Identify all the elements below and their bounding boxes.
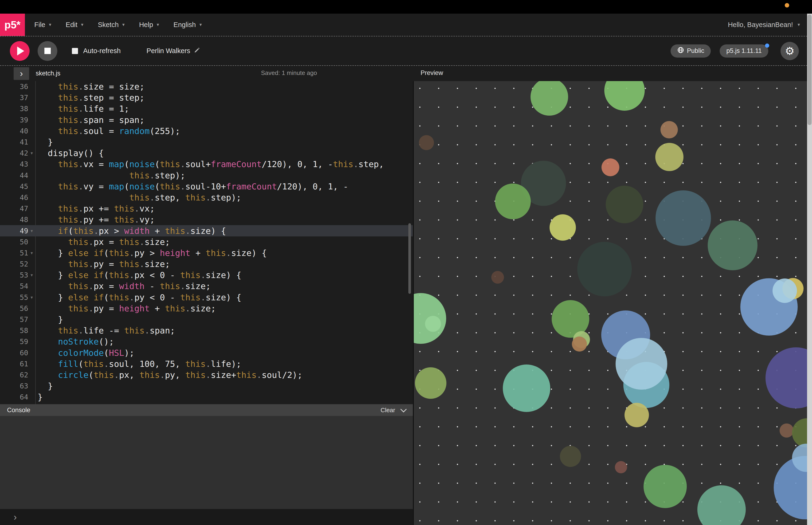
footer-expand-icon[interactable]: ›	[14, 512, 17, 522]
line-number: 47	[0, 205, 35, 213]
chevron-down-icon: ▼	[121, 22, 125, 27]
editor-footer: ›	[0, 509, 413, 525]
console-collapse-icon[interactable]	[400, 406, 407, 412]
menu-file[interactable]: File▼	[34, 21, 52, 29]
fold-arrow-icon[interactable]: ▾	[28, 295, 35, 300]
walker-circle	[550, 214, 576, 241]
saved-status: Saved: 1 minute ago	[247, 66, 331, 80]
code-text: this.span = span;	[35, 115, 144, 125]
preview-label: Preview	[420, 66, 443, 80]
code-line-46[interactable]: 46 this.step, this.step);	[0, 192, 413, 203]
code-line-64[interactable]: 64}	[0, 391, 413, 403]
code-line-48[interactable]: 48 this.py += this.vy;	[0, 214, 413, 225]
walker-circle	[615, 461, 627, 473]
line-number: 37	[0, 93, 35, 102]
fold-arrow-icon[interactable]: ▾	[28, 272, 35, 278]
code-text: this.soul = random(255);	[35, 126, 180, 136]
code-line-58[interactable]: 58 this.life -= this.span;	[0, 325, 413, 336]
code-text: this.step, this.step);	[35, 193, 241, 202]
walker-circle	[560, 446, 581, 467]
code-editor[interactable]: 36 this.size = size;37 this.step = step;…	[0, 81, 413, 404]
code-line-44[interactable]: 44 this.step);	[0, 170, 413, 181]
code-line-39[interactable]: 39 this.span = span;	[0, 115, 413, 125]
walker-circle	[772, 279, 797, 303]
code-line-36[interactable]: 36 this.size = size;	[0, 81, 413, 92]
browser-scrollbar[interactable]	[807, 14, 812, 525]
code-line-49[interactable]: 49▾ if(this.px > width + this.size) {	[0, 225, 413, 236]
stop-icon	[44, 48, 51, 54]
code-line-62[interactable]: 62 circle(this.px, this.py, this.size+th…	[0, 370, 413, 380]
code-line-54[interactable]: 54 this.px = width - this.size;	[0, 281, 413, 291]
code-line-45[interactable]: 45 this.vy = map(noise(this.soul-10+fram…	[0, 181, 413, 192]
globe-icon	[677, 46, 684, 55]
play-icon	[17, 46, 24, 56]
code-line-52[interactable]: 52 this.py = this.size;	[0, 258, 413, 270]
fold-arrow-icon[interactable]: ▾	[28, 228, 35, 234]
code-line-56[interactable]: 56 this.py = height + this.size;	[0, 303, 413, 314]
walker-circle	[572, 336, 587, 351]
code-line-57[interactable]: 57 }	[0, 314, 413, 325]
code-line-51[interactable]: 51▾ } else if(this.py > height + this.si…	[0, 247, 413, 258]
code-line-59[interactable]: 59 noStroke();	[0, 336, 413, 347]
settings-button[interactable]: ⚙	[781, 42, 799, 60]
code-text: }	[35, 315, 63, 324]
line-number: 46	[0, 193, 35, 201]
fold-arrow-icon[interactable]: ▾	[28, 150, 35, 156]
code-line-37[interactable]: 37 this.step = step;	[0, 92, 413, 103]
line-number: 41	[0, 138, 35, 146]
code-line-47[interactable]: 47 this.px += this.vx;	[0, 203, 413, 214]
console-clear-button[interactable]: Clear	[381, 407, 395, 414]
walker-circle	[708, 221, 757, 270]
auto-refresh-checkbox[interactable]	[72, 48, 78, 54]
code-line-43[interactable]: 43 this.vx = map(noise(this.soul+frameCo…	[0, 159, 413, 170]
code-text: }	[35, 392, 43, 402]
editor-scrollbar-thumb[interactable]	[408, 223, 411, 294]
chevron-down-icon: ▼	[156, 22, 160, 27]
walker-circle	[491, 271, 504, 284]
code-text: this.py = this.size;	[35, 259, 170, 269]
code-text: } else if(this.px < 0 - this.size) {	[35, 270, 241, 280]
play-button[interactable]	[10, 41, 30, 61]
code-text: this.px = this.size;	[35, 237, 170, 247]
menu-edit[interactable]: Edit▼	[66, 21, 85, 29]
menu-help[interactable]: Help▼	[139, 21, 160, 29]
stop-button[interactable]	[37, 41, 57, 61]
browser-scrollbar-thumb[interactable]	[808, 15, 812, 125]
code-line-42[interactable]: 42▾ display() {	[0, 148, 413, 159]
walker-circle	[606, 186, 643, 223]
account-menu[interactable]: Hello, BayesianBean! ▼	[728, 14, 812, 36]
visibility-button[interactable]: Public	[671, 44, 711, 58]
code-line-41[interactable]: 41 }	[0, 137, 413, 148]
code-text: this.vy = map(noise(this.soul-10+frameCo…	[35, 182, 348, 191]
code-text: this.px += this.vx;	[35, 204, 155, 213]
menu-sketch[interactable]: Sketch▼	[98, 21, 125, 29]
walker-circle	[577, 242, 632, 296]
code-line-60[interactable]: 60 colorMode(HSL);	[0, 347, 413, 358]
code-line-53[interactable]: 53▾ } else if(this.px < 0 - this.size) {	[0, 270, 413, 281]
fold-arrow-icon[interactable]: ▾	[28, 250, 35, 256]
file-tab-bar: › sketch.js Saved: 1 minute ago Preview	[0, 66, 812, 81]
auto-refresh-label: Auto-refresh	[83, 47, 121, 55]
code-line-38[interactable]: 38 this.life = 1;	[0, 103, 413, 114]
account-greeting: Hello, BayesianBean!	[728, 21, 793, 29]
line-number: 59	[0, 338, 35, 346]
preview-canvas	[414, 81, 808, 525]
code-line-50[interactable]: 50 this.px = this.size;	[0, 236, 413, 247]
code-line-55[interactable]: 55▾ } else if(this.py < 0 - this.size) {	[0, 292, 413, 303]
edit-pencil-icon[interactable]	[194, 47, 200, 55]
code-text: fill(this.soul, 100, 75, this.life);	[35, 359, 241, 369]
code-line-40[interactable]: 40 this.soul = random(255);	[0, 125, 413, 137]
walker-circle	[425, 316, 441, 332]
line-number: 53▾	[0, 271, 35, 279]
line-number: 57	[0, 315, 35, 324]
code-line-61[interactable]: 61 fill(this.soul, 100, 75, this.life);	[0, 358, 413, 370]
version-button[interactable]: p5.js 1.11.11	[720, 44, 768, 58]
p5-logo[interactable]: p5*	[0, 14, 25, 36]
menu-label: File	[34, 21, 45, 29]
line-number: 60	[0, 349, 35, 357]
line-number: 44	[0, 171, 35, 180]
tab-sketch-js[interactable]: sketch.js	[36, 66, 60, 81]
menu-english[interactable]: English▼	[173, 21, 202, 29]
sidebar-expand-button[interactable]: ›	[14, 67, 29, 80]
code-line-63[interactable]: 63 }	[0, 380, 413, 391]
